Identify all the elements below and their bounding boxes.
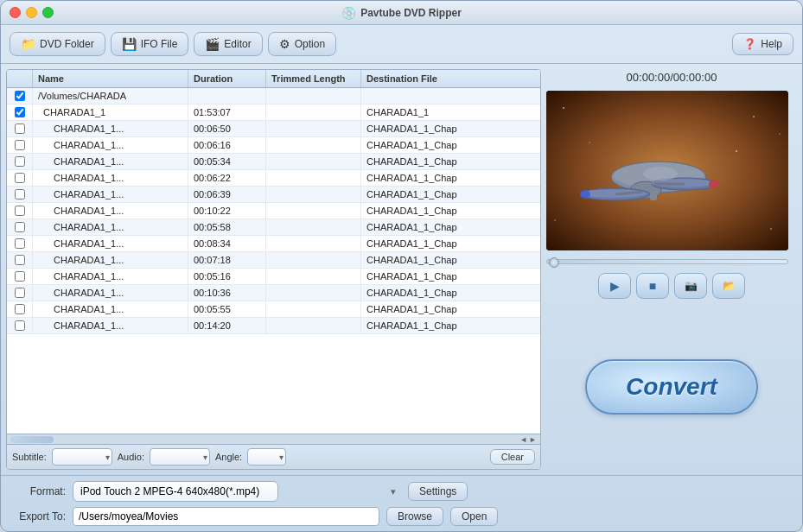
row-checkbox[interactable] bbox=[7, 137, 33, 153]
toolbar: 📁 DVD Folder 💾 IFO File 🎬 Editor ⚙ Optio… bbox=[1, 25, 802, 64]
export-label: Export To: bbox=[10, 510, 66, 522]
table-row[interactable]: CHARADA1_1... 00:10:36 CHARADA1_1_Chap bbox=[7, 285, 540, 301]
open-button[interactable]: Open bbox=[450, 507, 498, 526]
svg-point-18 bbox=[554, 219, 556, 221]
subtitle-select[interactable] bbox=[52, 448, 112, 466]
row-dest: CHARADA1_1_Chap bbox=[361, 203, 540, 218]
table-row[interactable]: CHARADA1_1... 00:05:58 CHARADA1_1_Chap bbox=[7, 219, 540, 236]
row-checkbox[interactable] bbox=[7, 104, 33, 120]
row-checkbox[interactable] bbox=[7, 203, 33, 218]
row-checkbox[interactable] bbox=[7, 318, 33, 333]
table-row[interactable]: CHARADA1_1... 00:05:55 CHARADA1_1_Chap bbox=[7, 301, 540, 318]
time-display: 00:00:00/00:00:00 bbox=[546, 69, 797, 86]
format-label: Format: bbox=[10, 485, 66, 497]
snapshot-button[interactable]: 📷 bbox=[674, 273, 707, 299]
browse-button[interactable]: Browse bbox=[386, 507, 443, 526]
table-row[interactable]: /Volumes/CHARADA bbox=[7, 88, 540, 104]
row-trimmed bbox=[266, 187, 361, 202]
dvd-folder-icon: 📁 bbox=[21, 37, 35, 51]
row-duration: 00:07:18 bbox=[188, 252, 266, 268]
row-duration: 00:06:39 bbox=[188, 187, 266, 202]
table-row[interactable]: CHARADA1_1... 00:05:16 CHARADA1_1_Chap bbox=[7, 269, 540, 285]
settings-button[interactable]: Settings bbox=[408, 482, 468, 501]
row-trimmed bbox=[266, 269, 361, 284]
row-dest: CHARADA1_1 bbox=[361, 104, 540, 120]
audio-select[interactable] bbox=[150, 448, 210, 466]
ifo-file-button[interactable]: 💾 IFO File bbox=[111, 32, 189, 56]
table-row[interactable]: CHARADA1_1... 00:14:20 CHARADA1_1_Chap bbox=[7, 318, 540, 334]
clear-button[interactable]: Clear bbox=[490, 449, 535, 465]
row-name: CHARADA1_1 bbox=[33, 104, 188, 120]
row-checkbox[interactable] bbox=[7, 219, 33, 235]
format-select[interactable]: iPod Touch 2 MPEG-4 640x480(*.mp4) bbox=[73, 481, 278, 502]
row-duration: 00:06:22 bbox=[188, 170, 266, 186]
row-trimmed bbox=[266, 252, 361, 268]
table-row[interactable]: CHARADA1_1... 00:05:34 CHARADA1_1_Chap bbox=[7, 154, 540, 170]
play-icon: ▶ bbox=[610, 279, 620, 293]
seek-track[interactable] bbox=[546, 259, 788, 264]
row-trimmed bbox=[266, 219, 361, 235]
svg-point-20 bbox=[779, 133, 780, 134]
table-row[interactable]: CHARADA1_1... 00:06:50 CHARADA1_1_Chap bbox=[7, 121, 540, 137]
row-name: CHARADA1_1... bbox=[33, 137, 188, 153]
row-duration: 00:14:20 bbox=[188, 318, 266, 333]
row-checkbox[interactable] bbox=[7, 252, 33, 268]
format-row: Format: iPod Touch 2 MPEG-4 640x480(*.mp… bbox=[10, 481, 793, 502]
row-checkbox[interactable] bbox=[7, 187, 33, 202]
open-folder-button[interactable]: 📂 bbox=[712, 273, 745, 299]
title-bar-text: 💿 Pavtube DVD Ripper bbox=[341, 6, 462, 20]
table-row[interactable]: CHARADA1_1 01:53:07 CHARADA1_1 bbox=[7, 104, 540, 121]
table-row[interactable]: CHARADA1_1... 00:06:22 CHARADA1_1_Chap bbox=[7, 170, 540, 187]
table-row[interactable]: CHARADA1_1... 00:07:18 CHARADA1_1_Chap bbox=[7, 252, 540, 269]
col-duration: Duration bbox=[188, 70, 266, 87]
export-path-input[interactable] bbox=[73, 507, 379, 526]
scrollbar-thumb[interactable] bbox=[10, 436, 54, 443]
row-duration: 00:05:55 bbox=[188, 301, 266, 317]
play-button[interactable]: ▶ bbox=[598, 273, 631, 299]
row-dest: CHARADA1_1_Chap bbox=[361, 187, 540, 202]
row-dest: CHARADA1_1_Chap bbox=[361, 269, 540, 284]
row-checkbox[interactable] bbox=[7, 236, 33, 251]
row-checkbox[interactable] bbox=[7, 285, 33, 301]
ifo-file-icon: 💾 bbox=[122, 37, 137, 51]
row-trimmed bbox=[266, 154, 361, 169]
row-dest bbox=[361, 88, 540, 104]
dvd-folder-button[interactable]: 📁 DVD Folder bbox=[10, 32, 105, 56]
row-checkbox[interactable] bbox=[7, 269, 33, 284]
row-checkbox[interactable] bbox=[7, 301, 33, 317]
maximize-button[interactable] bbox=[42, 7, 54, 18]
stop-button[interactable]: ■ bbox=[636, 273, 669, 299]
row-checkbox[interactable] bbox=[7, 121, 33, 136]
editor-button[interactable]: 🎬 Editor bbox=[194, 32, 262, 56]
row-trimmed bbox=[266, 203, 361, 218]
row-dest: CHARADA1_1_Chap bbox=[361, 121, 540, 136]
convert-button[interactable]: Convert bbox=[585, 359, 758, 415]
col-checkbox bbox=[7, 70, 33, 87]
svg-point-10 bbox=[709, 180, 719, 188]
angle-select[interactable] bbox=[247, 448, 286, 466]
minimize-button[interactable] bbox=[26, 7, 37, 18]
table-row[interactable]: CHARADA1_1... 00:06:16 CHARADA1_1_Chap bbox=[7, 137, 540, 154]
row-duration: 00:08:34 bbox=[188, 236, 266, 251]
seek-bar[interactable] bbox=[546, 256, 788, 268]
table-header: Name Duration Trimmed Length Destination… bbox=[7, 70, 540, 88]
row-checkbox[interactable] bbox=[7, 170, 33, 186]
table-row[interactable]: CHARADA1_1... 00:10:22 CHARADA1_1_Chap bbox=[7, 203, 540, 219]
table-row[interactable]: CHARADA1_1... 00:06:39 CHARADA1_1_Chap bbox=[7, 187, 540, 203]
help-button[interactable]: ❓ Help bbox=[732, 33, 793, 55]
file-list-panel: Name Duration Trimmed Length Destination… bbox=[6, 69, 541, 470]
option-button[interactable]: ⚙ Option bbox=[268, 32, 336, 56]
row-checkbox[interactable] bbox=[7, 154, 33, 169]
title-bar: 💿 Pavtube DVD Ripper bbox=[1, 1, 802, 25]
seek-thumb[interactable] bbox=[549, 257, 559, 268]
row-name: CHARADA1_1... bbox=[33, 285, 188, 301]
row-name: CHARADA1_1... bbox=[33, 187, 188, 202]
row-trimmed bbox=[266, 121, 361, 136]
close-button[interactable] bbox=[10, 7, 21, 18]
table-row[interactable]: CHARADA1_1... 00:08:34 CHARADA1_1_Chap bbox=[7, 236, 540, 252]
row-checkbox[interactable] bbox=[7, 88, 33, 104]
row-name: CHARADA1_1... bbox=[33, 219, 188, 235]
row-trimmed bbox=[266, 170, 361, 186]
file-table[interactable]: Name Duration Trimmed Length Destination… bbox=[7, 70, 540, 434]
horizontal-scrollbar[interactable]: ◄ ► bbox=[7, 434, 540, 444]
